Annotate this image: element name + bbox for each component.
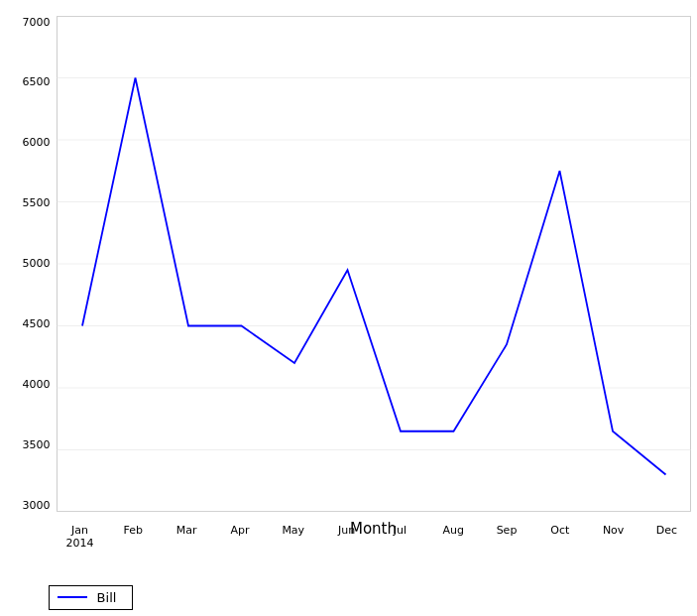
- y-label-3000: 3000: [9, 499, 51, 512]
- x-label-2014: 2014: [66, 537, 94, 550]
- y-label-3500: 3500: [9, 438, 51, 451]
- y-label-4500: 4500: [9, 317, 51, 330]
- x-label-jul: Jul: [376, 524, 423, 550]
- y-label-5000: 5000: [9, 257, 51, 270]
- x-label-apr: Apr: [216, 524, 264, 550]
- y-label-6500: 6500: [9, 75, 51, 88]
- x-label-dec: Dec: [642, 524, 690, 550]
- x-label-jan: Jan: [71, 524, 88, 537]
- legend-label-bill: Bill: [97, 590, 117, 605]
- legend-line-bill: [58, 596, 87, 598]
- x-label-aug: Aug: [429, 524, 477, 550]
- bill-line: [82, 77, 666, 474]
- x-label-feb: Feb: [109, 524, 157, 550]
- x-label-mar: Mar: [163, 524, 210, 550]
- chart-container: 7000 6500 6000 5500 5000 4500 4000 3500 …: [7, 6, 691, 611]
- x-label-jun: Jun: [323, 524, 371, 550]
- line-chart-svg: [57, 16, 691, 512]
- x-label-sep: Sep: [483, 524, 530, 550]
- x-axis-labels: Jan 2014 Feb Mar Apr May Jun Jul Aug Sep…: [57, 524, 691, 550]
- x-label-nov: Nov: [590, 524, 638, 550]
- y-label-4000: 4000: [9, 378, 51, 391]
- y-axis-labels: 7000 6500 6000 5500 5000 4500 4000 3500 …: [9, 16, 51, 512]
- y-label-7000: 7000: [9, 16, 51, 29]
- x-label-oct: Oct: [536, 524, 584, 550]
- y-label-5500: 5500: [9, 196, 51, 209]
- x-label-may: May: [270, 524, 317, 550]
- y-label-6000: 6000: [9, 136, 51, 149]
- chart-area: 7000 6500 6000 5500 5000 4500 4000 3500 …: [57, 16, 691, 512]
- legend: Bill: [49, 585, 134, 610]
